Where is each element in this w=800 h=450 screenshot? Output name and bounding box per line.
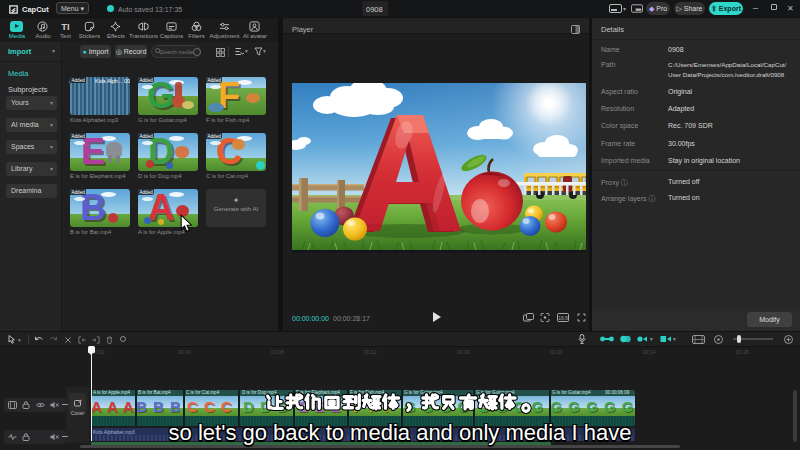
svg-text:16:9: 16:9 [558,315,568,321]
